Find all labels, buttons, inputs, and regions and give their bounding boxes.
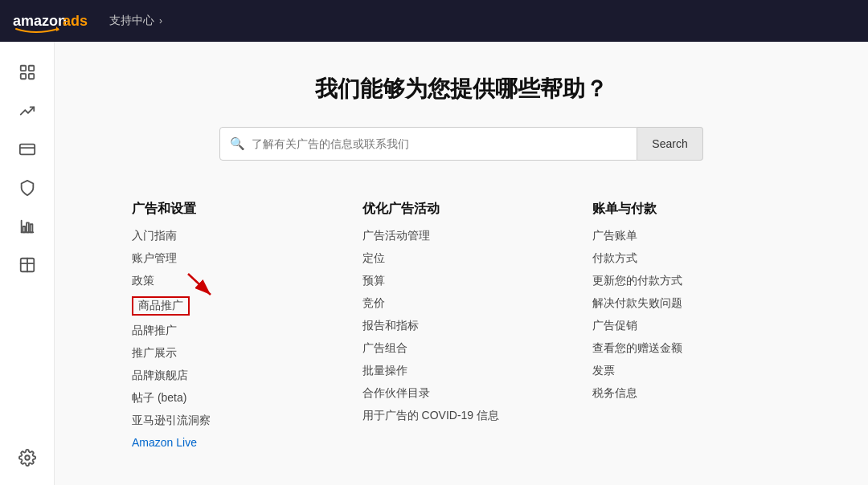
category-header-3: 账单与付款 (592, 201, 791, 218)
sidebar-item-trending[interactable] (8, 93, 47, 128)
category-link-1-2[interactable]: 政策 (132, 274, 330, 288)
svg-rect-3 (20, 66, 25, 71)
category-link-2-4[interactable]: 报告和指标 (362, 319, 561, 333)
svg-rect-4 (28, 66, 33, 71)
main-content: 我们能够为您提供哪些帮助？ 🔍 Search 广告和设置入门指南账户管理政策 商… (55, 42, 868, 485)
shield-icon (18, 179, 36, 197)
top-navigation: amazon ads 支持中心 › (0, 0, 868, 42)
category-link-2-3[interactable]: 竞价 (362, 296, 561, 311)
category-link-3-2[interactable]: 更新您的付款方式 (592, 274, 791, 288)
svg-rect-7 (19, 145, 34, 155)
sidebar-item-shield[interactable] (8, 170, 47, 206)
svg-rect-13 (30, 224, 32, 232)
categories-grid: 广告和设置入门指南账户管理政策 商品推广品牌推广推广展示品牌旗舰店帖子 (bet… (132, 201, 791, 449)
breadcrumb-label[interactable]: 支持中心 (109, 14, 154, 28)
category-link-3-3[interactable]: 解决付款失败问题 (592, 296, 791, 311)
trending-icon (18, 102, 36, 120)
category-link-2-0[interactable]: 广告活动管理 (362, 229, 561, 243)
category-links-2: 广告活动管理定位预算竞价报告和指标广告组合批量操作合作伙伴目录用于广告的 COV… (362, 229, 561, 423)
search-icon: 🔍 (230, 137, 245, 151)
svg-rect-5 (20, 74, 25, 79)
page-title: 我们能够为您提供哪些帮助？ (103, 74, 820, 104)
sidebar-item-card[interactable] (8, 132, 47, 167)
category-link-1-0[interactable]: 入门指南 (132, 229, 330, 243)
category-link-3-0[interactable]: 广告账单 (592, 229, 791, 243)
category-link-3-1[interactable]: 付款方式 (592, 251, 791, 266)
sidebar-item-settings[interactable] (8, 440, 47, 475)
category-links-3: 广告账单付款方式更新您的付款方式解决付款失败问题广告促销查看您的赠送金额发票税务… (592, 229, 791, 401)
category-column-2: 优化广告活动广告活动管理定位预算竞价报告和指标广告组合批量操作合作伙伴目录用于广… (362, 201, 561, 449)
settings-icon (18, 449, 36, 467)
search-button[interactable]: Search (637, 127, 702, 161)
category-column-1: 广告和设置入门指南账户管理政策 商品推广品牌推广推广展示品牌旗舰店帖子 (bet… (132, 201, 330, 449)
category-link-1-5[interactable]: 推广展示 (132, 346, 330, 361)
category-link-1-1[interactable]: 账户管理 (132, 251, 330, 266)
amazon-logo: amazon ads (13, 8, 93, 34)
category-link-2-1[interactable]: 定位 (362, 251, 561, 266)
category-link-3-5[interactable]: 查看您的赠送金额 (592, 341, 791, 356)
svg-point-17 (25, 455, 30, 460)
category-column-3: 账单与付款广告账单付款方式更新您的付款方式解决付款失败问题广告促销查看您的赠送金… (592, 201, 791, 449)
chart-icon (18, 218, 36, 235)
search-bar-container: 🔍 (219, 127, 637, 161)
chevron-right-icon: › (159, 15, 162, 26)
category-link-1-7[interactable]: 帖子 (beta) (132, 391, 330, 406)
category-link-2-6[interactable]: 批量操作 (362, 364, 561, 378)
sidebar-item-image[interactable] (8, 247, 47, 283)
category-header-2: 优化广告活动 (362, 201, 561, 218)
category-link-1-9[interactable]: Amazon Live (132, 436, 330, 449)
category-links-1: 入门指南账户管理政策 商品推广品牌推广推广展示品牌旗舰店帖子 (beta)亚马逊… (132, 229, 330, 449)
svg-text:ads: ads (63, 13, 88, 29)
category-link-3-7[interactable]: 税务信息 (592, 386, 791, 401)
category-link-2-7[interactable]: 合作伙伴目录 (362, 386, 561, 401)
category-link-3-4[interactable]: 广告促销 (592, 319, 791, 333)
category-link-3-6[interactable]: 发票 (592, 364, 791, 378)
category-link-2-8[interactable]: 用于广告的 COVID-19 信息 (362, 409, 561, 423)
category-link-1-4[interactable]: 品牌推广 (132, 324, 330, 338)
category-link-2-5[interactable]: 广告组合 (362, 341, 561, 356)
image-icon (18, 256, 36, 274)
svg-line-19 (188, 274, 211, 295)
main-layout: 我们能够为您提供哪些帮助？ 🔍 Search 广告和设置入门指南账户管理政策 商… (0, 42, 868, 485)
logo-area: amazon ads (13, 8, 93, 34)
sidebar-item-chart[interactable] (8, 209, 47, 244)
sidebar-item-grid[interactable] (8, 55, 47, 90)
category-header-1: 广告和设置 (132, 201, 330, 218)
grid-icon (18, 63, 36, 81)
category-link-1-8[interactable]: 亚马逊引流洞察 (132, 414, 330, 428)
card-icon (18, 141, 36, 158)
search-area: 🔍 Search (103, 127, 820, 161)
breadcrumb: 支持中心 › (109, 14, 162, 28)
svg-rect-12 (27, 222, 29, 232)
red-arrow-icon (180, 271, 228, 300)
svg-text:amazon: amazon (13, 13, 67, 29)
svg-rect-11 (23, 226, 25, 232)
category-link-2-2[interactable]: 预算 (362, 274, 561, 288)
search-input[interactable] (252, 137, 627, 150)
sidebar (0, 42, 55, 485)
annotation-container: 商品推广 (132, 296, 330, 316)
category-link-1-6[interactable]: 品牌旗舰店 (132, 369, 330, 383)
svg-rect-6 (28, 74, 33, 79)
